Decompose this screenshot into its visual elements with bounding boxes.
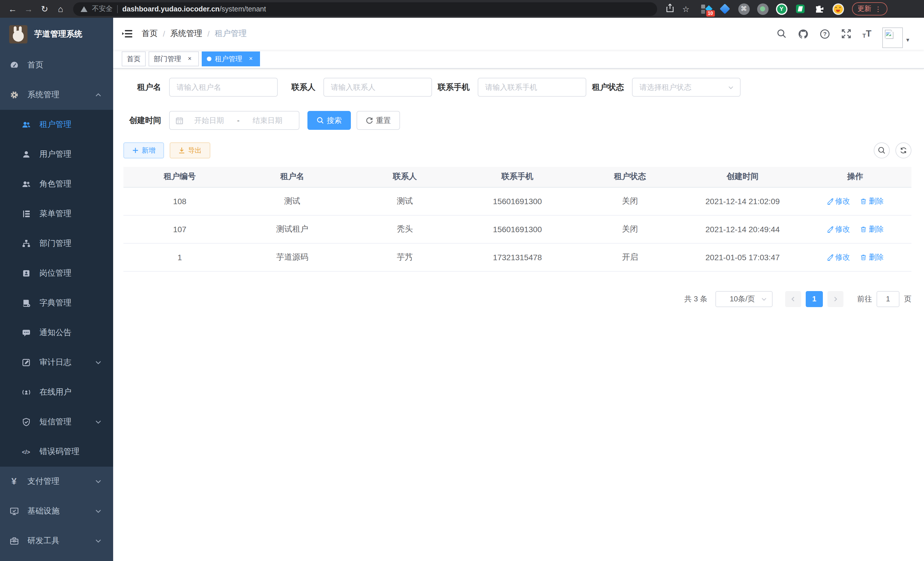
avatar-dropdown-caret-icon[interactable]: ▼ [905, 37, 910, 43]
refresh-table-button[interactable] [896, 142, 911, 158]
sidebar-item-home[interactable]: 首页 [0, 50, 113, 80]
cell-status: 关闭 [574, 187, 686, 215]
tab-label: 首页 [127, 54, 141, 64]
sidebar-item-error-code[interactable]: </> 错误码管理 [0, 437, 113, 467]
col-mobile: 联系手机 [461, 167, 574, 187]
cell-actions: 修改 删除 [799, 243, 911, 271]
filter-row-2: 创建时间 开始日期 - 结束日期 搜索 重置 [123, 111, 911, 130]
date-end-placeholder[interactable]: 结束日期 [242, 115, 293, 126]
sidebar-item-sms[interactable]: 短信管理 [0, 407, 113, 437]
search-icon[interactable] [777, 29, 787, 39]
sidebar-item-label: 用户管理 [39, 149, 71, 159]
extension-y-icon[interactable]: Y [776, 3, 787, 15]
status-select[interactable]: 请选择租户状态 [632, 78, 741, 97]
sidebar-item-label: 通知公告 [39, 328, 71, 338]
cell-contact: 秃头 [349, 215, 461, 243]
browser-forward-icon[interactable]: → [21, 0, 37, 18]
sidebar-item-online-users[interactable]: 在线用户 [0, 378, 113, 407]
user-avatar-broken-image[interactable] [882, 27, 903, 48]
contact-input[interactable] [323, 78, 432, 97]
breadcrumb-home[interactable]: 首页 [142, 29, 158, 39]
page-url[interactable]: dashboard.yudao.iocoder.cn/system/tenant [122, 5, 266, 13]
toggle-search-button[interactable] [874, 142, 890, 158]
sidebar-collapse-icon[interactable] [113, 29, 141, 39]
address-bar[interactable]: 不安全 dashboard.yudao.iocoder.cn/system/te… [73, 2, 657, 16]
extension-kite-icon[interactable] [719, 3, 730, 15]
profile-avatar-icon[interactable] [832, 3, 844, 15]
sidebar-item-notice[interactable]: 通知公告 [0, 318, 113, 348]
tab-label: 租户管理 [215, 54, 242, 64]
sidebar-item-dept[interactable]: 部门管理 [0, 229, 113, 259]
browser-back-icon[interactable]: ← [4, 0, 21, 18]
sidebar-item-audit-log[interactable]: 审计日志 [0, 348, 113, 378]
edit-link[interactable]: 修改 [826, 196, 850, 206]
sidebar-item-payment[interactable]: ¥ 支付管理 [0, 467, 113, 496]
code-icon: </> [21, 447, 31, 457]
tab-home[interactable]: 首页 [122, 51, 146, 66]
browser-update-button[interactable]: 更新⋮ [852, 2, 887, 15]
app-logo-row[interactable]: 芋道管理系统 [0, 18, 113, 50]
sidebar-item-label: 短信管理 [39, 417, 71, 427]
sidebar-item-role[interactable]: 角色管理 [0, 169, 113, 199]
table-row: 107 测试租户 秃头 15601691300 关闭 2021-12-14 20… [123, 215, 911, 243]
navbar-actions: ? TT ▼ [766, 20, 924, 48]
tab-dept[interactable]: 部门管理 × [148, 51, 199, 66]
edit-link[interactable]: 修改 [826, 252, 850, 262]
sidebar-item-label: 系统管理 [27, 90, 59, 100]
sidebar-item-tenant[interactable]: 租户管理 [0, 110, 113, 140]
sidebar-item-post[interactable]: 岗位管理 [0, 259, 113, 288]
tenant-name-label: 租户名 [123, 82, 169, 92]
delete-link[interactable]: 删除 [860, 252, 884, 262]
extension-chat-icon[interactable] [795, 3, 806, 15]
search-button[interactable]: 搜索 [308, 111, 351, 130]
sidebar-item-infrastructure[interactable]: 基础设施 [0, 496, 113, 526]
delete-link[interactable]: 删除 [860, 196, 884, 206]
close-icon[interactable]: × [247, 55, 255, 63]
cell-status: 关闭 [574, 215, 686, 243]
date-separator: - [235, 116, 242, 125]
security-label[interactable]: 不安全 [92, 4, 112, 14]
date-start-placeholder[interactable]: 开始日期 [183, 115, 235, 126]
export-button[interactable]: 导出 [170, 142, 210, 158]
share-icon[interactable] [666, 3, 674, 14]
browser-home-icon[interactable]: ⌂ [52, 0, 69, 18]
extension-grid-icon[interactable]: 10 [700, 3, 712, 15]
sidebar-item-dict[interactable]: 字典管理 [0, 288, 113, 318]
cell-contact: 芋艿 [349, 243, 461, 271]
chevron-down-icon [95, 419, 102, 426]
cell-created: 2021-12-14 20:49:44 [686, 215, 799, 243]
sidebar-item-user[interactable]: 用户管理 [0, 140, 113, 169]
help-icon[interactable]: ? [819, 28, 830, 39]
sidebar-item-menu[interactable]: 菜单管理 [0, 199, 113, 229]
github-icon[interactable] [798, 28, 808, 39]
tab-tenant[interactable]: 租户管理 × [202, 51, 260, 66]
fullscreen-icon[interactable] [841, 29, 851, 39]
tenant-name-input[interactable] [169, 78, 278, 97]
security-warning-icon [81, 6, 87, 12]
delete-link[interactable]: 删除 [860, 224, 884, 234]
sidebar-item-dev-tools[interactable]: 研发工具 [0, 526, 113, 556]
create-time-range-picker[interactable]: 开始日期 - 结束日期 [169, 111, 299, 130]
bookmark-star-icon[interactable]: ☆ [682, 4, 689, 14]
mobile-input[interactable] [478, 78, 586, 97]
sidebar-item-label: 岗位管理 [39, 268, 71, 278]
page-number-current[interactable]: 1 [806, 291, 823, 307]
cell-name: 测试租户 [236, 215, 349, 243]
extensions-puzzle-icon[interactable] [813, 3, 825, 15]
browser-menu-icon[interactable]: ⋮ [874, 5, 881, 13]
add-button[interactable]: 新增 [123, 142, 164, 158]
reset-button[interactable]: 重置 [357, 111, 400, 130]
browser-reload-icon[interactable]: ↻ [37, 0, 52, 18]
sidebar-item-system[interactable]: 系统管理 [0, 80, 113, 110]
edit-link[interactable]: 修改 [826, 224, 850, 234]
goto-page-input[interactable] [877, 291, 899, 307]
extension-command-icon[interactable]: ⌘ [738, 3, 749, 15]
create-time-label: 创建时间 [123, 115, 169, 126]
close-icon[interactable]: × [186, 55, 194, 63]
font-size-icon[interactable]: TT [862, 29, 872, 39]
prev-page-button[interactable] [785, 291, 801, 307]
extension-record-icon[interactable] [757, 3, 768, 15]
page-size-select[interactable]: 10条/页 [716, 291, 772, 307]
next-page-button[interactable] [827, 291, 843, 307]
breadcrumb-system[interactable]: 系统管理 [170, 29, 202, 39]
